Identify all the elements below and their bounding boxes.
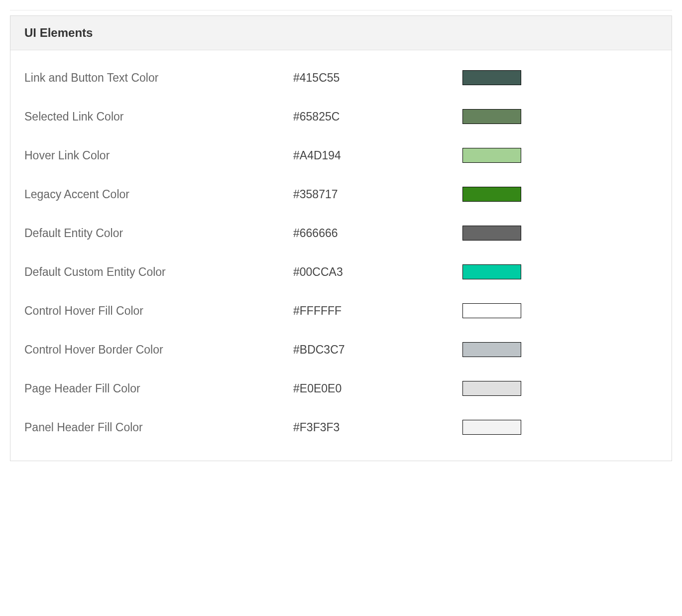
- color-swatch-control-hover-fill-color[interactable]: [462, 303, 521, 318]
- color-swatch-control-hover-border-color[interactable]: [462, 342, 521, 357]
- color-value: #E0E0E0: [293, 382, 462, 395]
- color-row-control-hover-fill-color: Control Hover Fill Color #FFFFFF: [24, 291, 658, 330]
- color-row-link-and-button-text-color: Link and Button Text Color #415C55: [24, 62, 658, 97]
- color-swatch-panel-header-fill-color[interactable]: [462, 420, 521, 435]
- color-value: #FFFFFF: [293, 304, 462, 318]
- color-row-control-hover-border-color: Control Hover Border Color #BDC3C7: [24, 330, 658, 369]
- color-value: #65825C: [293, 110, 462, 123]
- color-label: Page Header Fill Color: [24, 382, 293, 395]
- color-row-panel-header-fill-color: Panel Header Fill Color #F3F3F3: [24, 408, 658, 447]
- color-swatch-selected-link-color[interactable]: [462, 109, 521, 124]
- color-label: Selected Link Color: [24, 110, 293, 123]
- color-swatch-page-header-fill-color[interactable]: [462, 381, 521, 396]
- color-value: #415C55: [293, 71, 462, 85]
- color-label: Hover Link Color: [24, 149, 293, 162]
- color-label: Default Entity Color: [24, 227, 293, 240]
- color-label: Legacy Accent Color: [24, 188, 293, 201]
- top-divider: [10, 10, 672, 10]
- color-label: Control Hover Border Color: [24, 343, 293, 357]
- color-value: #F3F3F3: [293, 421, 462, 434]
- color-swatch-link-and-button-text-color[interactable]: [462, 70, 521, 85]
- panel-title: UI Elements: [24, 26, 658, 40]
- panel-header: UI Elements: [10, 16, 672, 50]
- color-value: #666666: [293, 227, 462, 240]
- color-value: #A4D194: [293, 149, 462, 162]
- color-row-hover-link-color: Hover Link Color #A4D194: [24, 136, 658, 175]
- color-swatch-legacy-accent-color[interactable]: [462, 187, 521, 202]
- color-row-legacy-accent-color: Legacy Accent Color #358717: [24, 175, 658, 214]
- panel-body: Link and Button Text Color #415C55 Selec…: [10, 50, 672, 461]
- color-value: #358717: [293, 188, 462, 201]
- color-value: #00CCA3: [293, 265, 462, 279]
- color-label: Default Custom Entity Color: [24, 265, 293, 279]
- color-row-default-custom-entity-color: Default Custom Entity Color #00CCA3: [24, 252, 658, 291]
- color-value: #BDC3C7: [293, 343, 462, 357]
- color-swatch-hover-link-color[interactable]: [462, 148, 521, 163]
- color-label: Panel Header Fill Color: [24, 421, 293, 434]
- color-row-page-header-fill-color: Page Header Fill Color #E0E0E0: [24, 369, 658, 408]
- color-swatch-default-entity-color[interactable]: [462, 226, 521, 241]
- color-label: Control Hover Fill Color: [24, 304, 293, 318]
- color-row-selected-link-color: Selected Link Color #65825C: [24, 97, 658, 136]
- color-swatch-default-custom-entity-color[interactable]: [462, 264, 521, 279]
- color-label: Link and Button Text Color: [24, 71, 293, 85]
- color-row-default-entity-color: Default Entity Color #666666: [24, 214, 658, 252]
- ui-elements-panel: UI Elements Link and Button Text Color #…: [10, 15, 672, 461]
